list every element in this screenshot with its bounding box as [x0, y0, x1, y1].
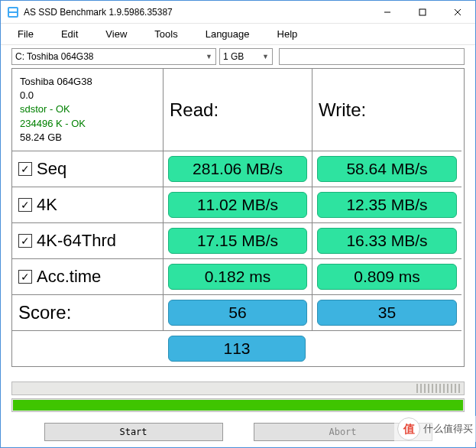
write-header: Write: — [312, 69, 461, 151]
seq-read-cell: 281.06 MB/s — [164, 151, 312, 187]
acc-read-value: 0.182 ms — [168, 264, 307, 290]
score-write-cell: 35 — [312, 295, 461, 330]
svg-rect-2 — [9, 13, 17, 16]
progress-bar-2 — [11, 398, 465, 412]
minimize-button[interactable] — [370, 1, 405, 24]
size-select-value: 1 GB — [223, 51, 244, 62]
fourk64-write-cell: 16.33 MB/s — [312, 223, 461, 259]
drive-select[interactable]: C: Toshiba 064G38 ▼ — [11, 48, 216, 65]
info-driver: sdstor - OK — [20, 102, 70, 116]
fourk64-read-cell: 17.15 MB/s — [164, 223, 312, 259]
acc-write-cell: 0.809 ms — [312, 259, 461, 295]
seq-write-cell: 58.64 MB/s — [312, 151, 461, 187]
acc-checkbox[interactable]: ✓ — [18, 270, 32, 284]
chevron-down-icon: ▼ — [262, 53, 269, 60]
score-total-value: 113 — [168, 336, 306, 362]
fourk-write-value: 12.35 MB/s — [317, 192, 457, 218]
chevron-down-icon: ▼ — [206, 53, 212, 60]
fourk-checkbox[interactable]: ✓ — [18, 198, 32, 212]
fourk64-checkbox[interactable]: ✓ — [18, 234, 32, 248]
fourk-read-value: 11.02 MB/s — [168, 192, 307, 218]
progress-bar-1 — [11, 381, 465, 395]
fourk64-read-value: 17.15 MB/s — [168, 228, 307, 254]
maximize-button[interactable] — [405, 1, 440, 24]
seq-read-value: 281.06 MB/s — [168, 156, 307, 182]
info-capacity: 58.24 GB — [20, 131, 62, 144]
toolbar-input[interactable] — [279, 48, 465, 65]
app-icon — [7, 6, 19, 18]
watermark-icon: 值 — [397, 417, 420, 440]
watermark: 值 什么值得买 — [394, 416, 476, 442]
info-alignment: 234496 K - OK — [20, 117, 86, 131]
window-controls — [370, 1, 475, 24]
menubar: File Edit View Tools Language Help — [1, 24, 475, 45]
info-model: Toshiba 064G38 — [20, 75, 92, 89]
seq-label: Seq — [37, 159, 66, 179]
size-select[interactable]: 1 GB ▼ — [219, 48, 273, 65]
fourk-label: 4K — [37, 195, 57, 215]
menu-help[interactable]: Help — [264, 25, 312, 43]
fourk64-label: 4K-64Thrd — [37, 231, 116, 251]
results-grid: Toshiba 064G38 0.0 sdstor - OK 234496 K … — [11, 68, 465, 367]
menu-file[interactable]: File — [4, 25, 47, 43]
score-label: Score: — [12, 295, 164, 330]
seq-checkbox[interactable]: ✓ — [18, 162, 32, 176]
toolbar: C: Toshiba 064G38 ▼ 1 GB ▼ — [1, 45, 475, 68]
seq-row-label: ✓ Seq — [12, 151, 164, 187]
menu-tools[interactable]: Tools — [141, 25, 191, 43]
window-title: AS SSD Benchmark 1.9.5986.35387 — [24, 7, 370, 18]
drive-select-value: C: Toshiba 064G38 — [15, 51, 94, 62]
read-header: Read: — [164, 69, 312, 151]
seq-write-value: 58.64 MB/s — [317, 156, 457, 182]
progress-fill — [13, 400, 463, 411]
close-button[interactable] — [440, 1, 475, 24]
watermark-text: 什么值得买 — [423, 422, 473, 436]
menu-language[interactable]: Language — [192, 25, 264, 43]
fourk64-row-label: ✓ 4K-64Thrd — [12, 223, 164, 259]
acc-write-value: 0.809 ms — [317, 264, 457, 290]
fourk-row-label: ✓ 4K — [12, 187, 164, 223]
score-read-value: 56 — [168, 300, 307, 326]
acc-row-label: ✓ Acc.time — [12, 259, 164, 295]
info-firmware: 0.0 — [20, 89, 34, 102]
fourk-read-cell: 11.02 MB/s — [164, 187, 312, 223]
svg-rect-4 — [419, 9, 426, 15]
svg-rect-1 — [9, 8, 17, 11]
progress-hatch-icon — [416, 384, 462, 393]
score-read-cell: 56 — [164, 295, 312, 330]
fourk64-write-value: 16.33 MB/s — [317, 228, 457, 254]
score-write-value: 35 — [317, 300, 457, 326]
titlebar[interactable]: AS SSD Benchmark 1.9.5986.35387 — [1, 1, 475, 24]
results-area: Toshiba 064G38 0.0 sdstor - OK 234496 K … — [1, 68, 475, 378]
acc-read-cell: 0.182 ms — [164, 259, 312, 295]
app-window: AS SSD Benchmark 1.9.5986.35387 File Edi… — [0, 0, 476, 448]
acc-label: Acc.time — [37, 267, 101, 287]
drive-info: Toshiba 064G38 0.0 sdstor - OK 234496 K … — [12, 69, 164, 151]
fourk-write-cell: 12.35 MB/s — [312, 187, 461, 223]
start-button[interactable]: Start — [44, 423, 223, 441]
score-total-row: 113 — [12, 330, 461, 366]
menu-edit[interactable]: Edit — [47, 25, 92, 43]
progress-area — [1, 378, 475, 420]
menu-view[interactable]: View — [92, 25, 141, 43]
